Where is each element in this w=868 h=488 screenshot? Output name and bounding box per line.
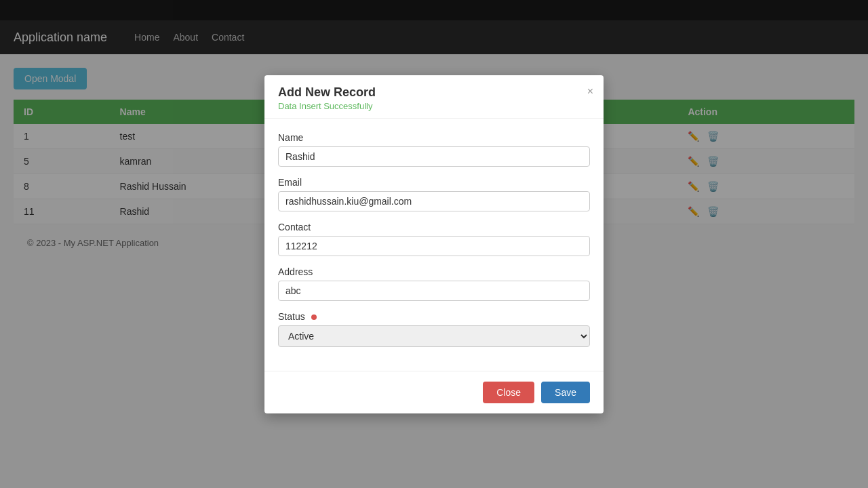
contact-input[interactable] bbox=[278, 236, 590, 256]
status-required-dot bbox=[311, 314, 317, 320]
name-input[interactable] bbox=[278, 146, 590, 167]
modal-footer: Close Save bbox=[264, 371, 604, 413]
save-button[interactable]: Save bbox=[541, 382, 590, 403]
status-label: Status bbox=[278, 311, 590, 322]
address-label: Address bbox=[278, 266, 590, 277]
modal-close-x-button[interactable]: × bbox=[587, 85, 593, 98]
modal-dialog: Add New Record Data Insert Successfully … bbox=[264, 75, 604, 413]
modal-title: Add New Record bbox=[278, 85, 590, 100]
contact-field-group: Contact bbox=[278, 222, 590, 256]
modal-subtitle: Data Insert Successfully bbox=[278, 101, 590, 111]
close-button[interactable]: Close bbox=[483, 382, 534, 403]
modal-header: Add New Record Data Insert Successfully … bbox=[264, 75, 604, 119]
email-input[interactable] bbox=[278, 191, 590, 211]
name-label: Name bbox=[278, 132, 590, 143]
email-label: Email bbox=[278, 177, 590, 188]
name-field-group: Name bbox=[278, 132, 590, 167]
contact-label: Contact bbox=[278, 222, 590, 232]
address-input[interactable] bbox=[278, 281, 590, 301]
address-field-group: Address bbox=[278, 266, 590, 301]
modal-overlay: Add New Record Data Insert Successfully … bbox=[0, 0, 868, 447]
modal-body: Name Email Contact Address Status bbox=[264, 119, 604, 371]
status-field-group: Status Active Inactive bbox=[278, 311, 590, 347]
email-field-group: Email bbox=[278, 177, 590, 211]
status-select[interactable]: Active Inactive bbox=[278, 325, 590, 347]
